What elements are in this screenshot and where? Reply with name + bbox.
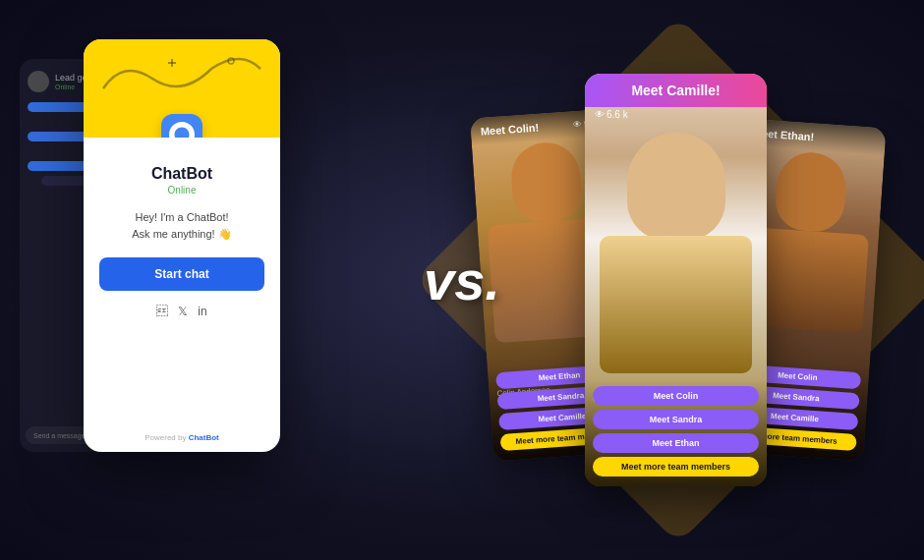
camille-btn-1[interactable]: Meet Colin [593, 386, 759, 406]
chatbot-card-top [84, 39, 280, 138]
chatbot-icon-inner [169, 122, 195, 138]
chatbot-message: Hey! I'm a ChatBot! Ask me anything! 👋 [132, 209, 231, 242]
chatbot-online-status: Online [168, 185, 197, 196]
camille-buttons: Meet Colin Meet Sandra Meet Ethan Meet m… [585, 380, 767, 486]
chatbot-card-body: ChatBot Online Hey! I'm a ChatBot! Ask m… [84, 138, 280, 452]
dark-input-placeholder: Send a message... [33, 432, 90, 439]
colin-title: Meet Colin! [481, 122, 540, 138]
powered-by: Powered by ChatBot [144, 433, 219, 442]
camille-btn-3[interactable]: Meet Ethan [593, 433, 759, 453]
vs-label: vs. [424, 249, 500, 312]
twitter-icon: 𝕏 [178, 305, 188, 318]
eye-icon: 👁 [573, 120, 583, 131]
camille-title: Meet Camille! [631, 83, 720, 98]
video-cards-container: Meet Colin! 👁 5.1 k Colin Andersen Meet … [472, 34, 885, 526]
facebook-icon:  [156, 305, 168, 318]
social-icons:  𝕏 in [156, 305, 206, 318]
chatbot-card: ChatBot Online Hey! I'm a ChatBot! Ask m… [84, 39, 280, 452]
camille-btn-2[interactable]: Meet Sandra [593, 410, 759, 429]
start-chat-button[interactable]: Start chat [99, 257, 264, 291]
eye-icon: 👁 [595, 109, 605, 120]
camille-header: Meet Camille! [585, 74, 767, 107]
chatbot-icon [161, 114, 202, 138]
camille-face [627, 133, 725, 241]
linkedin-icon: in [198, 305, 206, 318]
right-section: Meet Colin! 👁 5.1 k Colin Andersen Meet … [433, 0, 924, 560]
ethan-face [774, 150, 847, 234]
camille-btn-more[interactable]: Meet more team members [593, 457, 759, 476]
camille-body [600, 236, 752, 373]
left-section: Lead gene... Online Send a message... [0, 0, 413, 560]
camille-views: 👁 6.6 k [595, 109, 628, 120]
chatbot-name: ChatBot [151, 165, 212, 183]
dark-avatar [28, 71, 49, 92]
squiggle-decoration [93, 49, 270, 108]
colin-face [508, 140, 582, 224]
card-camille: Meet Camille! 👁 6.6 k Camille Martin | P… [585, 74, 767, 486]
